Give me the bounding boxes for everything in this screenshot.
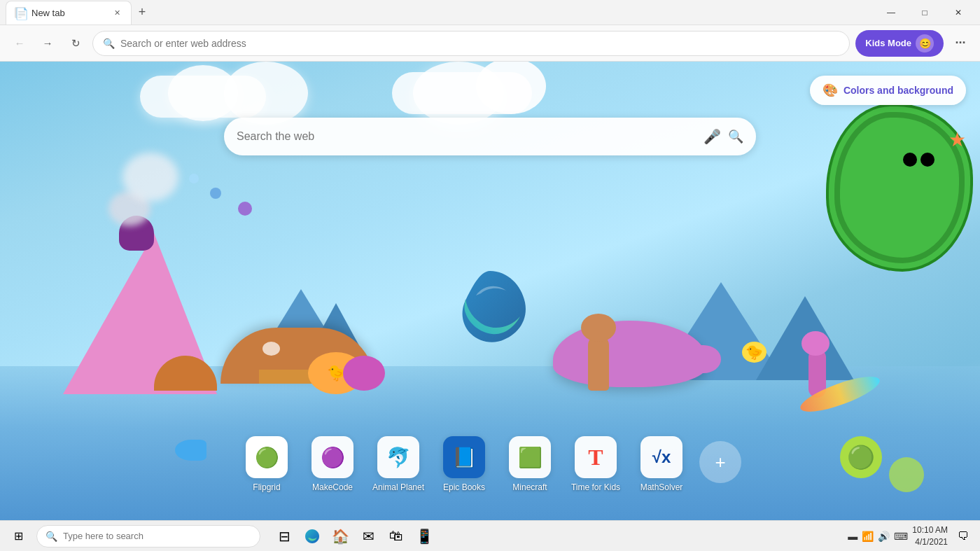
battery-icon: ▬ bbox=[848, 531, 858, 542]
bubble-3 bbox=[189, 174, 199, 183]
file-explorer-button[interactable]: 🏠 bbox=[328, 524, 353, 549]
back-button[interactable]: ← bbox=[8, 32, 31, 55]
taskbar-apps: ⊟ 🏠 ✉ 🛍 📱 bbox=[272, 524, 437, 549]
mathsolver-icon: √x bbox=[640, 436, 682, 478]
url-search-icon: 🔍 bbox=[103, 38, 115, 49]
tab-close-button[interactable]: ✕ bbox=[111, 7, 122, 18]
search-input[interactable] bbox=[237, 130, 696, 143]
colors-bg-label: Colors and background bbox=[844, 85, 953, 96]
phone-link-button[interactable]: 📱 bbox=[412, 524, 437, 549]
quick-link-minecraft[interactable]: 🟩 Minecraft bbox=[502, 436, 558, 492]
more-button[interactable]: ··· bbox=[949, 32, 972, 55]
edge-logo-center bbox=[444, 264, 536, 355]
mushroom-spot bbox=[262, 342, 280, 356]
time-for-kids-label: Time for Kids bbox=[571, 482, 620, 492]
kids-mode-button[interactable]: Kids Mode 😊 bbox=[855, 30, 944, 57]
time-for-kids-icon: T bbox=[575, 436, 617, 478]
epic-books-icon: 📘 bbox=[443, 436, 485, 478]
tab-area: 📄 New tab ✕ + bbox=[6, 1, 875, 25]
blue-fish bbox=[175, 440, 206, 461]
cute-creature-2 bbox=[343, 356, 385, 391]
main-content: ★ 🐤 🐤 🟢 bbox=[0, 62, 980, 520]
clock-time: 10:10 AM bbox=[912, 524, 948, 536]
kids-avatar: 😊 bbox=[916, 34, 934, 53]
star-decoration: ★ bbox=[948, 128, 966, 151]
dino-head bbox=[581, 314, 616, 342]
dino-neck bbox=[588, 335, 609, 391]
wifi-icon: 📶 bbox=[862, 531, 874, 542]
minecraft-label: Minecraft bbox=[512, 482, 547, 492]
monster-eye-2 bbox=[920, 153, 934, 167]
colors-background-button[interactable]: 🎨 Colors and background bbox=[810, 76, 966, 105]
forward-button[interactable]: → bbox=[36, 32, 59, 55]
refresh-button[interactable]: ↻ bbox=[64, 32, 87, 55]
window-controls: — □ ✕ bbox=[875, 0, 974, 25]
system-tray-icons: ▬ 📶 🔊 ⌨ bbox=[848, 531, 908, 542]
tube-creature-head bbox=[802, 331, 830, 356]
start-button[interactable]: ⊞ bbox=[6, 524, 31, 549]
bubble-2 bbox=[210, 188, 221, 199]
cloud-3 bbox=[224, 62, 308, 125]
makecode-icon: 🟣 bbox=[312, 436, 354, 478]
quick-link-animal-planet[interactable]: 🐬 Animal Planet bbox=[370, 436, 426, 492]
epic-books-label: Epic Books bbox=[443, 482, 485, 492]
clock[interactable]: 10:10 AM 4/1/2021 bbox=[912, 524, 948, 548]
monster-eye-1 bbox=[903, 153, 917, 167]
active-tab[interactable]: 📄 New tab ✕ bbox=[6, 1, 132, 25]
title-bar: 📄 New tab ✕ + — □ ✕ bbox=[0, 0, 980, 25]
tab-label: New tab bbox=[31, 8, 106, 18]
search-icon[interactable]: 🔍 bbox=[728, 129, 743, 144]
url-input[interactable] bbox=[120, 38, 839, 49]
animal-planet-label: Animal Planet bbox=[372, 482, 424, 492]
taskbar: ⊞ 🔍 ⊟ 🏠 ✉ 🛍 📱 ▬ 📶 🔊 bbox=[0, 520, 980, 551]
quick-link-flipgrid[interactable]: 🟢 Flipgrid bbox=[239, 436, 295, 492]
url-bar[interactable]: 🔍 bbox=[92, 31, 850, 56]
microphone-icon[interactable]: 🎤 bbox=[704, 128, 721, 145]
flipgrid-label: Flipgrid bbox=[253, 482, 280, 492]
bubble-1 bbox=[238, 202, 252, 216]
green-creature-bottom: 🟢 bbox=[840, 436, 882, 478]
keyboard-icon: ⌨ bbox=[894, 531, 908, 542]
cloud-6 bbox=[476, 62, 546, 114]
tab-favicon: 📄 bbox=[15, 7, 26, 18]
taskbar-search-icon: 🔍 bbox=[46, 531, 57, 542]
address-bar: ← → ↻ 🔍 Kids Mode 😊 ··· bbox=[0, 25, 980, 62]
task-view-button[interactable]: ⊟ bbox=[272, 524, 297, 549]
smoke-2 bbox=[122, 153, 178, 202]
volume-icon: 🔊 bbox=[878, 531, 890, 542]
edge-logo-svg bbox=[444, 264, 536, 355]
mail-button[interactable]: ✉ bbox=[356, 524, 381, 549]
green-creature-bottom-2 bbox=[889, 457, 924, 492]
clock-date: 4/1/2021 bbox=[912, 536, 948, 548]
edge-taskbar-button[interactable] bbox=[300, 524, 325, 549]
taskbar-search-bar[interactable]: 🔍 bbox=[36, 525, 260, 547]
green-monster bbox=[840, 118, 959, 258]
mathsolver-label: MathSolver bbox=[640, 482, 683, 492]
quick-links: 🟢 Flipgrid 🟣 MakeCode 🐬 Animal Planet 📘 … bbox=[239, 436, 741, 492]
add-link-button[interactable]: + bbox=[699, 441, 741, 483]
quick-link-time-for-kids[interactable]: T Time for Kids bbox=[568, 436, 624, 492]
edge-taskbar-icon bbox=[304, 528, 321, 545]
animal-planet-icon: 🐬 bbox=[377, 436, 419, 478]
close-button[interactable]: ✕ bbox=[942, 0, 974, 25]
whale-tail bbox=[686, 345, 721, 373]
maximize-button[interactable]: □ bbox=[909, 0, 941, 25]
flipgrid-icon: 🟢 bbox=[246, 436, 288, 478]
minimize-button[interactable]: — bbox=[875, 0, 907, 25]
kids-mode-label: Kids Mode bbox=[865, 38, 911, 48]
search-bar[interactable]: 🎤 🔍 bbox=[224, 118, 756, 155]
search-container: 🎤 🔍 bbox=[224, 118, 756, 155]
makecode-label: MakeCode bbox=[312, 482, 353, 492]
minecraft-icon: 🟩 bbox=[509, 436, 551, 478]
taskbar-right: ▬ 📶 🔊 ⌨ 10:10 AM 4/1/2021 🗨 bbox=[848, 524, 974, 548]
yellow-duck: 🐤 bbox=[742, 342, 766, 363]
quick-link-mathsolver[interactable]: √x MathSolver bbox=[634, 436, 690, 492]
quick-link-epic-books[interactable]: 📘 Epic Books bbox=[436, 436, 492, 492]
new-tab-button[interactable]: + bbox=[132, 2, 153, 23]
palette-icon: 🎨 bbox=[822, 83, 838, 98]
store-button[interactable]: 🛍 bbox=[384, 524, 409, 549]
taskbar-search-input[interactable] bbox=[63, 531, 251, 541]
notification-button[interactable]: 🗨 bbox=[952, 525, 974, 547]
quick-link-makecode[interactable]: 🟣 MakeCode bbox=[304, 436, 360, 492]
